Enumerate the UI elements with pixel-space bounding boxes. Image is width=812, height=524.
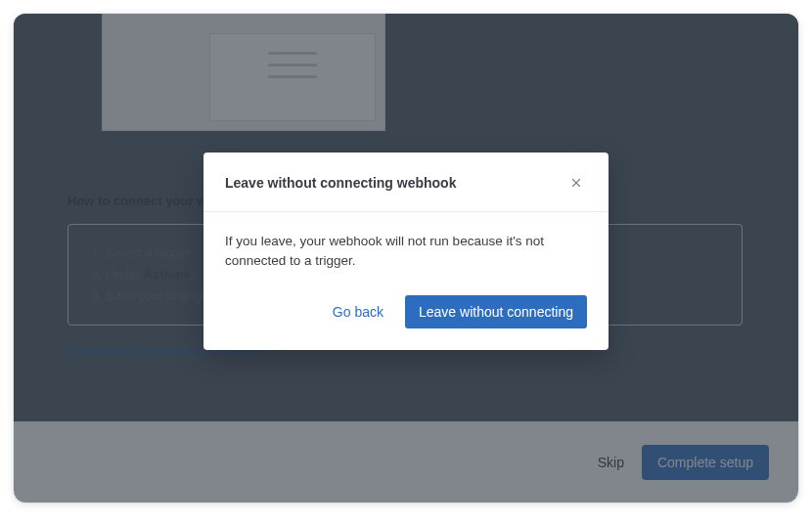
close-icon xyxy=(569,176,583,190)
app-frame: How to connect your webhook Select a tri… xyxy=(14,14,798,502)
confirm-modal: Leave without connecting webhook If you … xyxy=(203,153,609,350)
modal-overlay[interactable]: Leave without connecting webhook If you … xyxy=(14,14,798,502)
modal-body: If you leave, your webhook will not run … xyxy=(203,212,609,276)
close-button[interactable] xyxy=(565,172,587,194)
modal-footer: Go back Leave without connecting xyxy=(203,276,609,350)
go-back-button[interactable]: Go back xyxy=(333,304,383,320)
leave-without-connecting-button[interactable]: Leave without connecting xyxy=(405,295,587,328)
modal-title: Leave without connecting webhook xyxy=(225,175,456,191)
modal-header: Leave without connecting webhook xyxy=(203,153,609,212)
